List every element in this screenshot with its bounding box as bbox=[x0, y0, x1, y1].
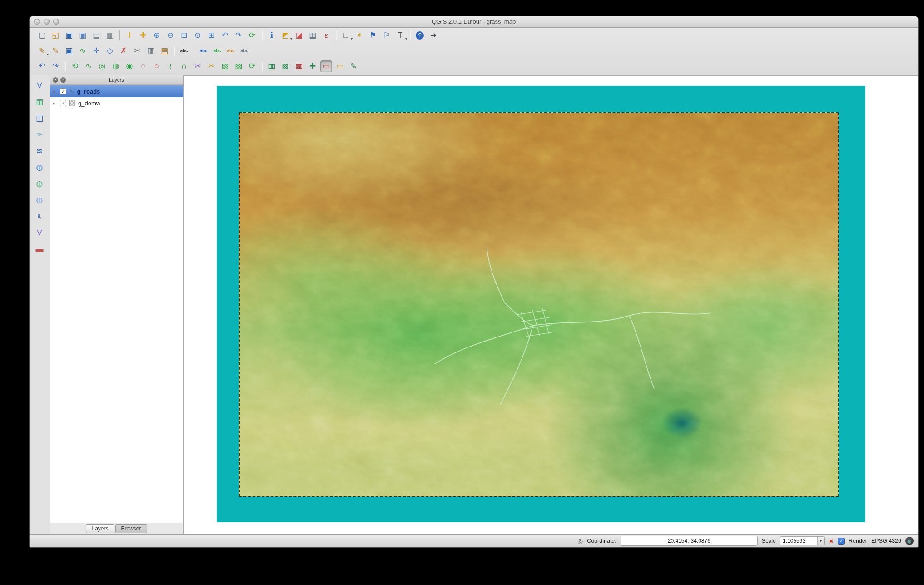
rotate-point-symbols-button[interactable]: ⟳ bbox=[246, 60, 258, 72]
delete-ring-button[interactable]: ◌ bbox=[137, 60, 149, 72]
zoom-last-button[interactable]: ↶ bbox=[219, 30, 231, 41]
merge-features-button[interactable]: ▧ bbox=[219, 60, 231, 72]
add-wms-layer-button[interactable]: ◍ bbox=[34, 162, 45, 174]
crs-status-icon[interactable]: ◍ bbox=[905, 537, 914, 545]
scale-combo[interactable]: 1:105593 ▾ bbox=[780, 536, 825, 545]
deselect-features-icon: ◪ bbox=[295, 30, 303, 41]
add-raster-layer-button[interactable]: ▦ bbox=[34, 96, 45, 108]
add-wfs-layer-button[interactable]: ◍ bbox=[34, 194, 45, 206]
zoom-to-selection-button[interactable]: ⊙ bbox=[192, 30, 204, 41]
text-annotation-button[interactable]: T▾ bbox=[394, 30, 406, 41]
merge-attributes-button[interactable]: ▨ bbox=[233, 60, 244, 72]
simplify-feature-button[interactable]: ∿ bbox=[83, 60, 94, 72]
rotate-feature-button[interactable]: ⟲ bbox=[69, 60, 81, 72]
delete-selected-button[interactable]: ✗ bbox=[118, 45, 129, 57]
open-project-button[interactable]: ◱ bbox=[50, 30, 61, 41]
coordinate-label: Coordinate: bbox=[587, 538, 616, 544]
split-parts-button[interactable]: ✂ bbox=[192, 60, 204, 72]
refresh-map-button[interactable]: ⟳ bbox=[246, 30, 258, 41]
composer-manager-button[interactable]: ▥ bbox=[104, 30, 116, 41]
save-project-button[interactable]: ▣ bbox=[63, 30, 75, 41]
add-feature-button[interactable]: ∿ bbox=[77, 45, 89, 57]
layer-visibility-checkbox[interactable]: ✓ bbox=[60, 100, 66, 106]
change-label-button[interactable]: abc bbox=[238, 45, 250, 57]
title-bar[interactable]: QGIS 2.0.1-Dufour - grass_map bbox=[30, 16, 918, 28]
tab-browser[interactable]: Browser bbox=[115, 524, 147, 533]
layer-item-g_demw[interactable]: ▸✓g_demw bbox=[50, 97, 183, 109]
paste-features-button[interactable]: ▤ bbox=[159, 45, 170, 57]
layer-item-g_roads[interactable]: ▸✓∿g_roads bbox=[50, 85, 183, 97]
edit-grass-vector-button[interactable]: ✎ bbox=[348, 60, 359, 72]
new-mapset-button[interactable]: ▩ bbox=[279, 60, 291, 72]
whats-this-button[interactable]: ➔ bbox=[427, 30, 439, 41]
expander-icon[interactable]: ▸ bbox=[53, 101, 57, 106]
copy-features-button[interactable]: ▥ bbox=[145, 45, 157, 57]
undo-button[interactable]: ↶ bbox=[36, 60, 48, 72]
map-tips-button[interactable]: ✴ bbox=[353, 30, 365, 41]
layer-labeling-options-button[interactable]: abc bbox=[178, 45, 190, 57]
deselect-features-button[interactable]: ◪ bbox=[293, 30, 305, 41]
expander-icon[interactable]: ▸ bbox=[53, 89, 57, 94]
save-layer-edits-button[interactable]: ▣ bbox=[63, 45, 75, 57]
measure-line-button[interactable]: ∟▾ bbox=[340, 30, 352, 41]
add-ring-button[interactable]: ◎ bbox=[96, 60, 108, 72]
redo-button[interactable]: ↷ bbox=[50, 60, 61, 72]
reshape-features-button[interactable]: ∩ bbox=[178, 60, 190, 72]
coordinate-input[interactable] bbox=[621, 536, 758, 546]
open-mapset-button[interactable]: ▦ bbox=[266, 60, 278, 72]
select-features-button[interactable]: ◩▾ bbox=[279, 30, 291, 41]
new-print-composer-button[interactable]: ▤ bbox=[90, 30, 102, 41]
new-project-button[interactable]: ▢ bbox=[36, 30, 48, 41]
tab-layers[interactable]: Layers bbox=[86, 524, 114, 533]
cut-features-button[interactable]: ✂ bbox=[131, 45, 143, 57]
zoom-in-button[interactable]: ⊕ bbox=[151, 30, 163, 41]
node-tool-button[interactable]: ◇ bbox=[104, 45, 116, 57]
combo-dropdown-icon[interactable]: ▾ bbox=[817, 537, 824, 545]
open-grass-tools-button[interactable]: ✚ bbox=[307, 60, 318, 72]
layer-visibility-checkbox[interactable]: ✓ bbox=[60, 88, 66, 94]
new-shapefile-layer-button[interactable]: V bbox=[34, 227, 45, 239]
render-checkbox[interactable]: ✓ bbox=[838, 538, 845, 545]
help-contents-button[interactable]: ? bbox=[414, 30, 426, 41]
field-calculator-button[interactable]: ε bbox=[320, 30, 332, 41]
label-properties-button[interactable]: abc bbox=[198, 45, 209, 57]
zoom-out-button[interactable]: ⊖ bbox=[164, 30, 176, 41]
mouse-position-icon[interactable]: ◎ bbox=[577, 537, 583, 545]
rotate-label-button[interactable]: abc bbox=[225, 45, 237, 57]
move-feature-button[interactable]: ✛ bbox=[90, 45, 102, 57]
stop-rendering-icon[interactable]: ✖ bbox=[829, 538, 834, 545]
open-attribute-table-button[interactable]: ▦ bbox=[307, 30, 318, 41]
current-edits-button[interactable]: ✎▾ bbox=[36, 45, 48, 57]
panel-title: Layers bbox=[50, 75, 183, 84]
toggle-editing-button[interactable]: ✎ bbox=[50, 45, 61, 57]
zoom-to-layer-button[interactable]: ⊞ bbox=[205, 30, 217, 41]
edit-current-grass-region-button[interactable]: ▭ bbox=[334, 60, 346, 72]
add-vector-layer-button[interactable]: V bbox=[34, 80, 45, 92]
display-current-grass-region-button[interactable]: ▭ bbox=[320, 60, 332, 72]
add-wcs-layer-button[interactable]: ◍ bbox=[34, 178, 45, 190]
close-mapset-button[interactable]: ▦ bbox=[293, 60, 305, 72]
add-spatialite-layer-button[interactable]: ✑ bbox=[34, 129, 45, 141]
save-layer-edits-icon: ▣ bbox=[65, 45, 73, 57]
offset-curve-button[interactable]: ≀ bbox=[164, 60, 176, 72]
add-delimited-text-layer-button[interactable]: 9, bbox=[34, 211, 45, 223]
new-bookmark-button[interactable]: ⚑ bbox=[367, 30, 379, 41]
split-features-button[interactable]: ✂ bbox=[205, 60, 217, 72]
add-postgis-layer-button[interactable]: ◫ bbox=[34, 113, 45, 124]
save-project-as-button[interactable]: ▣ bbox=[77, 30, 89, 41]
add-part-button[interactable]: ◍ bbox=[110, 60, 122, 72]
zoom-next-button[interactable]: ↷ bbox=[233, 30, 244, 41]
add-mssql-layer-button[interactable]: ≋ bbox=[34, 145, 45, 157]
pan-to-selection-button[interactable]: ✚ bbox=[137, 30, 149, 41]
delete-part-button[interactable]: ○ bbox=[151, 60, 163, 72]
identify-features-button[interactable]: ℹ bbox=[266, 30, 278, 41]
save-project-icon: ▣ bbox=[65, 30, 73, 41]
remove-layer-button[interactable]: ▬ bbox=[34, 243, 45, 255]
move-label-button[interactable]: abc bbox=[211, 45, 223, 57]
fill-ring-button[interactable]: ◉ bbox=[124, 60, 135, 72]
show-bookmarks-button[interactable]: ⚐ bbox=[381, 30, 392, 41]
pan-map-button[interactable]: ✛ bbox=[124, 30, 135, 41]
zoom-full-button[interactable]: ⊡ bbox=[178, 30, 190, 41]
paste-features-icon: ▤ bbox=[161, 45, 168, 57]
map-canvas[interactable] bbox=[184, 75, 918, 534]
